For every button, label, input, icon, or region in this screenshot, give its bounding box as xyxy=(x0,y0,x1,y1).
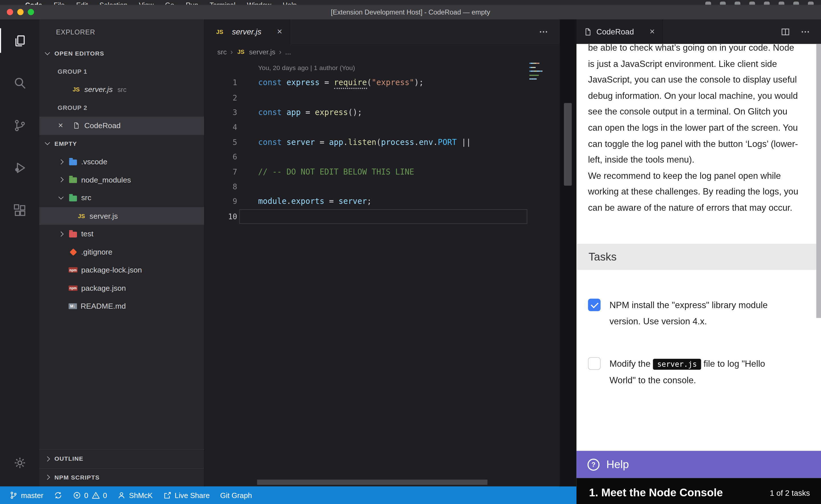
menubar-status-icon[interactable] xyxy=(764,2,770,5)
breadcrumb[interactable]: src server.js ... xyxy=(205,44,559,60)
menu-help[interactable]: Help xyxy=(283,0,297,5)
code-line-2[interactable]: 2 xyxy=(205,90,559,105)
help-label: Help xyxy=(606,458,629,471)
code-line-10[interactable]: 10 xyxy=(205,209,559,224)
status-live-share[interactable]: Live Share xyxy=(158,486,215,504)
activity-extensions[interactable] xyxy=(0,189,39,231)
folder-test[interactable]: test xyxy=(39,225,204,243)
activity-source-control[interactable] xyxy=(0,104,39,147)
task-progress: 1 of 2 tasks xyxy=(770,488,810,497)
folder-node-modules[interactable]: node_modules xyxy=(39,171,204,189)
scrollbar-thumb[interactable] xyxy=(816,44,821,318)
lesson-paragraph: We recommend to keep the log panel open … xyxy=(588,168,798,216)
outline-header[interactable]: OUTLINE xyxy=(39,449,204,468)
code-token: listen xyxy=(348,138,377,147)
workspace-header[interactable]: EMPTY xyxy=(39,135,204,153)
code-editor[interactable]: You, 20 days ago | 1 author (You) 1const… xyxy=(205,60,559,486)
activity-run-debug[interactable] xyxy=(0,146,39,189)
minimap-line xyxy=(529,77,555,78)
activity-manage[interactable] xyxy=(0,446,39,480)
menu-go[interactable]: Go xyxy=(165,0,174,5)
code-line-4[interactable]: 4 xyxy=(205,120,559,135)
webview-scrollbar[interactable] xyxy=(816,44,821,486)
help-button[interactable]: Help xyxy=(576,451,821,478)
file-package-json[interactable]: package.json xyxy=(39,279,204,297)
task-checkbox[interactable] xyxy=(588,299,600,311)
more-actions-icon[interactable] xyxy=(539,27,548,36)
open-editors-header[interactable]: OPEN EDITORS xyxy=(39,44,204,62)
open-editor-coderoad[interactable]: CodeRoad xyxy=(39,117,204,135)
task-checkbox[interactable] xyxy=(588,357,600,370)
menubar-status-icon[interactable] xyxy=(793,2,799,5)
code-token: const xyxy=(258,108,282,117)
activity-explorer[interactable] xyxy=(0,19,39,62)
code-line-3[interactable]: 3const app = express(); xyxy=(205,105,559,120)
status-branch[interactable]: master xyxy=(4,486,49,504)
error-count: 0 xyxy=(84,491,88,499)
lesson-bar[interactable]: 1. Meet the Node Console 1 of 2 tasks xyxy=(576,478,821,504)
workbench: EXPLORER OPEN EDITORS GROUP 1server.jssr… xyxy=(0,19,821,486)
minimap-segment xyxy=(533,67,535,68)
horizontal-scrollbar[interactable] xyxy=(205,480,559,485)
status-account[interactable]: ShMcK xyxy=(112,486,158,504)
code-line-6[interactable]: 6 xyxy=(205,149,559,164)
close-tab-icon[interactable] xyxy=(650,26,655,37)
menubar-status-icon[interactable] xyxy=(735,2,740,5)
code-line-1[interactable]: 1const express = require("express"); xyxy=(205,75,559,90)
menu-view[interactable]: View xyxy=(139,0,153,5)
minimap[interactable] xyxy=(529,63,555,82)
minimap-line xyxy=(529,69,555,70)
activity-search[interactable] xyxy=(0,62,39,104)
folder-vscode[interactable]: .vscode xyxy=(39,153,204,171)
minimize-window-button[interactable] xyxy=(17,9,24,15)
menubar-status-icon[interactable] xyxy=(720,2,726,5)
code-line-8[interactable]: 8 xyxy=(205,179,559,194)
close-editor-icon[interactable] xyxy=(58,121,69,130)
minimap-line xyxy=(529,63,555,64)
code-token: ; xyxy=(367,197,372,206)
menubar-status-icon[interactable] xyxy=(705,2,711,5)
zoom-window-button[interactable] xyxy=(28,9,34,15)
status-problems[interactable]: 00 xyxy=(68,486,112,504)
folder-src[interactable]: src xyxy=(39,189,204,207)
code-line-9[interactable]: 9module.exports = server; xyxy=(205,194,559,209)
menu-terminal[interactable]: Terminal xyxy=(210,0,236,5)
npm-scripts-header[interactable]: NPM SCRIPTS xyxy=(39,468,204,486)
code-line-5[interactable]: 5const server = app.listen(process.env.P… xyxy=(205,135,559,149)
close-window-button[interactable] xyxy=(7,9,13,15)
coderoad-panel: CodeRoad be able to check what’s going o… xyxy=(576,19,821,486)
scrollbar-thumb[interactable] xyxy=(564,103,572,186)
file-readme-md[interactable]: README.md xyxy=(39,297,204,315)
menubar-status-icon[interactable] xyxy=(779,2,784,5)
editor-item-label: CodeRoad xyxy=(84,122,120,130)
tab-server-js[interactable]: server.js xyxy=(205,19,290,44)
menu-run[interactable]: Run xyxy=(185,0,198,5)
open-editor-server-js[interactable]: server.jssrc xyxy=(39,81,204,99)
status-sync[interactable] xyxy=(48,486,67,504)
activity-bar xyxy=(0,19,39,486)
window-titlebar[interactable]: [Extension Development Host] - CodeRoad … xyxy=(0,5,821,19)
breadcrumb-symbol[interactable]: ... xyxy=(285,48,291,56)
split-editor-icon[interactable] xyxy=(781,27,790,36)
menu-selection[interactable]: Selection xyxy=(99,0,127,5)
menu-edit[interactable]: Edit xyxy=(76,0,88,5)
file-package-lock-json[interactable]: package-lock.json xyxy=(39,261,204,279)
menubar-status-icon[interactable] xyxy=(749,2,755,5)
breadcrumb-file[interactable]: server.js xyxy=(249,48,275,56)
tab-coderoad[interactable]: CodeRoad xyxy=(576,19,663,44)
close-tab-icon[interactable] xyxy=(277,26,282,37)
scrollbar-thumb[interactable] xyxy=(257,480,487,485)
menu-code[interactable]: Code xyxy=(25,0,42,5)
menu-window[interactable]: Window xyxy=(247,0,271,5)
breadcrumb-folder[interactable]: src xyxy=(217,48,227,56)
code-line-7[interactable]: 7// -- DO NOT EDIT BELOW THIS LINE xyxy=(205,164,559,179)
status-git-graph[interactable]: Git Graph xyxy=(215,486,257,504)
lesson-text: be able to check what’s going on in your… xyxy=(576,44,798,244)
more-actions-icon[interactable] xyxy=(800,27,810,36)
menubar-status-icon[interactable] xyxy=(808,2,814,5)
codelens-annotation[interactable]: You, 20 days ago | 1 author (You) xyxy=(205,64,559,75)
menu-file[interactable]: File xyxy=(54,0,64,5)
file-server-js[interactable]: server.js xyxy=(39,207,204,225)
editor-vertical-scrollbar[interactable] xyxy=(559,19,576,486)
file-gitignore[interactable]: .gitignore xyxy=(39,243,204,261)
